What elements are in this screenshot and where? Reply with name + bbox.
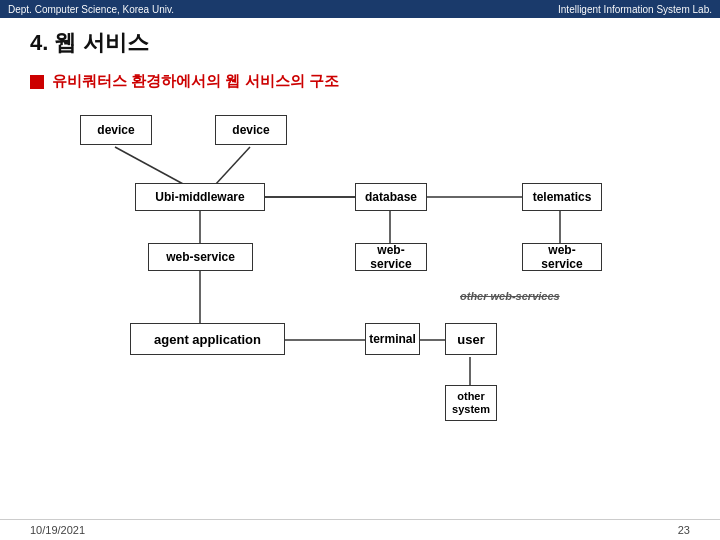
svg-line-1	[215, 147, 250, 185]
web-service3-box: web-service	[522, 243, 602, 271]
telematics-box: telematics	[522, 183, 602, 211]
web-service2-box: web-service	[355, 243, 427, 271]
svg-line-0	[115, 147, 185, 185]
diagram-lines	[30, 95, 690, 465]
user-box: user	[445, 323, 497, 355]
subtitle: 유비쿼터스 환경하에서의 웹 서비스의 구조	[0, 66, 720, 95]
device1-box: device	[80, 115, 152, 145]
other-web-services-label: other web-services	[460, 288, 560, 303]
ubi-middleware-box: Ubi-middleware	[135, 183, 265, 211]
terminal-box: terminal	[365, 323, 420, 355]
other-system-box: other system	[445, 385, 497, 421]
footer: 10/19/2021 23	[0, 519, 720, 540]
footer-date: 10/19/2021	[30, 524, 85, 536]
page-title: 4. 웹 서비스	[30, 28, 690, 58]
footer-page: 23	[678, 524, 690, 536]
title-section: 4. 웹 서비스	[0, 18, 720, 66]
header-bar: Dept. Computer Science, Korea Univ. Inte…	[0, 0, 720, 18]
database-box: database	[355, 183, 427, 211]
agent-application-box: agent application	[130, 323, 285, 355]
header-left: Dept. Computer Science, Korea Univ.	[8, 4, 174, 15]
web-service1-box: web-service	[148, 243, 253, 271]
header-right: Intelligent Information System Lab.	[558, 4, 712, 15]
subtitle-text: 유비쿼터스 환경하에서의 웹 서비스의 구조	[52, 72, 339, 91]
device2-box: device	[215, 115, 287, 145]
diagram: device device Ubi-middleware web-service…	[30, 95, 690, 465]
subtitle-bullet	[30, 75, 44, 89]
